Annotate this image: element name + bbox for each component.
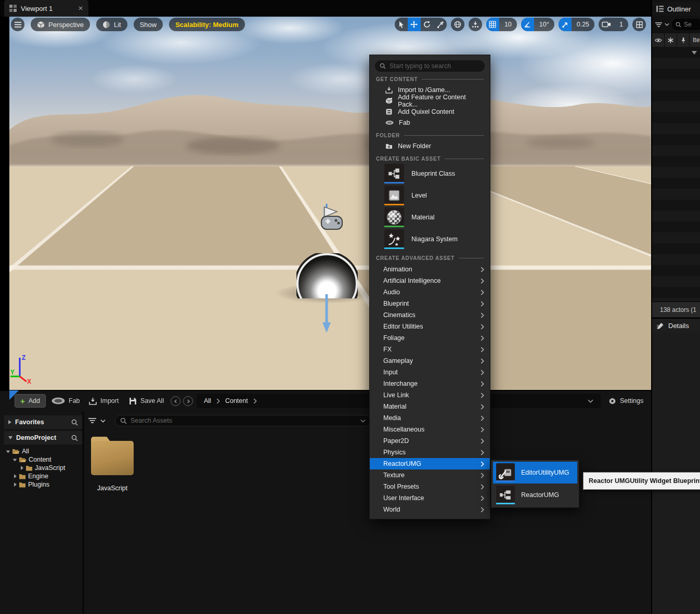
advanced-asset-menu-item[interactable]: ReactorUMG [370,458,490,469]
favorite-column-header[interactable] [665,33,677,47]
advanced-asset-menu-item[interactable]: Texture [370,469,490,481]
advanced-asset-menu-item[interactable]: FX [370,344,490,355]
lit-mode-button[interactable]: Lit [96,18,127,31]
expander-icon[interactable] [8,436,12,439]
item-label-column-header[interactable]: Ite [690,33,699,47]
camera-speed-button[interactable] [599,18,614,31]
outliner-rows[interactable] [652,47,700,302]
grid-snap-value[interactable]: 10 [499,18,517,31]
search-icon[interactable] [71,419,78,426]
filter-icon[interactable] [655,22,662,28]
tree-item[interactable]: Plugins [4,480,82,489]
advanced-asset-menu-item[interactable]: Material [370,401,490,412]
chevron-down-icon[interactable] [588,399,593,403]
menu-item-level[interactable]: Level [370,185,490,206]
perspective-button[interactable]: Perspective [31,18,90,31]
advanced-asset-menu-item[interactable]: Blueprint [370,298,490,309]
scalability-button[interactable]: Scalability: Medium [169,18,244,31]
viewport-3d[interactable]: Z Y X Perspective Lit Show [9,17,651,390]
select-tool-button[interactable] [395,18,408,31]
chevron-down-icon[interactable] [360,419,366,423]
advanced-asset-menu-item[interactable]: Gameplay [370,355,490,367]
advanced-asset-menu-item[interactable]: Artificial Intelligence [370,275,490,286]
search-icon[interactable] [71,435,78,441]
menu-item-add-feature[interactable]: Add Feature or Content Pack... [370,95,490,106]
expander-icon[interactable] [14,482,17,487]
advanced-asset-menu-item[interactable]: Live Link [370,389,490,401]
advanced-asset-menu-item[interactable]: Audio [370,286,490,298]
settings-button[interactable]: Settings [608,394,643,408]
world-local-toggle-button[interactable] [451,18,464,31]
advanced-asset-menu-item[interactable]: World [370,504,490,515]
close-icon[interactable]: ✕ [78,5,83,12]
advanced-asset-menu-item[interactable]: User Interface [370,492,490,504]
forward-button[interactable] [183,396,193,406]
grid-snap-toggle[interactable] [486,18,499,31]
visibility-column-header[interactable] [652,33,665,47]
tree-item[interactable]: Content [4,455,82,464]
asset-folder-javascript[interactable] [91,437,134,475]
outliner-search-input[interactable]: Se [672,19,700,30]
back-button[interactable] [171,396,180,406]
menu-item-blueprint-class[interactable]: Blueprint Class [370,163,490,185]
advanced-asset-menu-item[interactable]: Interchange [370,378,490,389]
import-button[interactable]: Import [89,394,119,408]
expander-icon[interactable] [8,420,11,424]
search-assets-input[interactable]: Search Assets [115,415,371,426]
tree-item[interactable]: JavaScript [4,464,82,472]
viewport-layout-button[interactable] [632,18,646,31]
expander-icon[interactable] [13,459,17,462]
viewport-options-button[interactable] [11,18,24,31]
sphere-actor[interactable] [296,253,358,298]
tree-item[interactable]: All [4,447,82,455]
project-header[interactable]: DemoProject [4,431,82,445]
rotation-snap-value[interactable]: 10° [534,18,554,31]
add-button[interactable]: + Add [15,394,46,408]
expander-triangle-icon[interactable] [692,51,697,55]
advanced-asset-menu-item[interactable]: Tool Presets [370,481,490,492]
menu-item-material[interactable]: Material [370,206,490,228]
tree-item[interactable]: Engine [4,472,82,480]
rotate-tool-button[interactable] [421,18,434,31]
breadcrumb-all[interactable]: All [204,397,211,404]
menu-item-niagara-system[interactable]: Niagara System [370,228,490,250]
expander-icon[interactable] [14,474,17,478]
outliner-tab[interactable]: Outliner [652,2,700,16]
advanced-asset-menu-item[interactable]: Miscellaneous [370,424,490,435]
submenu-item-editorutilityumg[interactable]: EditorUtilityUMG [493,462,577,484]
save-all-button[interactable]: Save All [129,394,164,408]
chevron-down-icon[interactable] [665,23,669,26]
player-start-icon[interactable] [311,203,348,236]
panel-splitter[interactable] [82,412,84,614]
menu-search-input[interactable]: Start typing to search [375,60,485,72]
advanced-asset-menu-item[interactable]: Foliage [370,332,490,344]
advanced-asset-menu-item[interactable]: Physics [370,447,490,458]
chevron-down-icon[interactable] [100,419,106,423]
surface-snap-button[interactable] [469,18,482,31]
advanced-asset-menu-item[interactable]: Editor Utilities [370,321,490,332]
favorites-header[interactable]: Favorites [4,415,82,429]
scale-snap-value[interactable]: 0.25 [572,18,594,31]
filter-icon[interactable] [88,417,96,424]
rotation-snap-toggle[interactable] [521,18,534,31]
expander-icon[interactable] [21,466,23,470]
advanced-asset-menu-item[interactable]: Input [370,367,490,378]
breadcrumb-content[interactable]: Content [225,397,248,404]
show-button[interactable]: Show [134,18,163,31]
menu-item-fab[interactable]: Fab [370,117,490,128]
translate-z-arrow[interactable] [321,294,332,334]
fab-button[interactable]: Fab [51,394,80,408]
move-tool-button[interactable] [408,18,421,31]
advanced-asset-menu-item[interactable]: Paper2D [370,435,490,447]
menu-item-new-folder[interactable]: New Folder [370,140,490,151]
scale-snap-toggle[interactable] [559,18,572,31]
expander-icon[interactable] [6,451,10,453]
camera-speed-value[interactable]: 1 [614,18,628,31]
advanced-asset-menu-item[interactable]: Cinematics [370,309,490,321]
advanced-asset-menu-item[interactable]: Media [370,412,490,424]
pin-column-header[interactable] [677,33,690,47]
viewport-tab[interactable]: Viewport 1 ✕ [4,0,88,17]
scale-tool-button[interactable] [434,18,447,31]
advanced-asset-menu-item[interactable]: Animation [370,264,490,275]
details-tab[interactable]: Details [652,318,700,333]
